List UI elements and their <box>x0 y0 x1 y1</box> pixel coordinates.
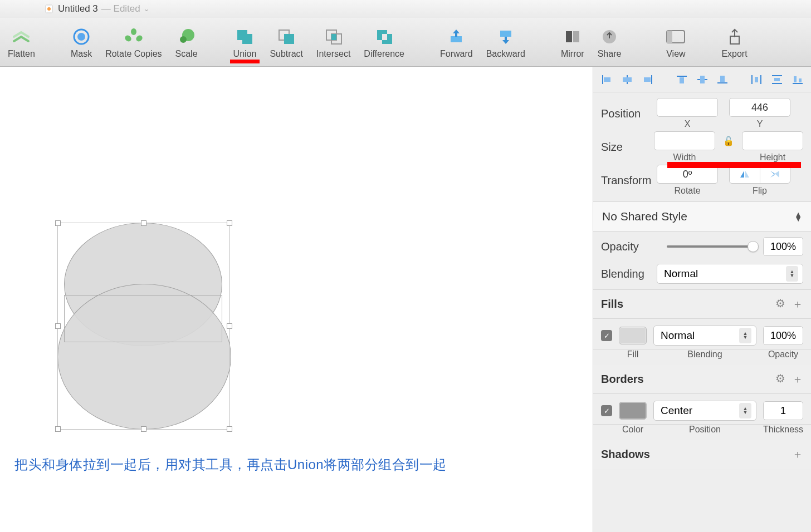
view-icon <box>666 27 686 47</box>
updown-icon: ▲▼ <box>739 328 751 343</box>
handle-bot-left[interactable] <box>55 426 61 432</box>
share-icon <box>599 27 619 47</box>
flatten-button[interactable]: Flatten <box>1 23 42 61</box>
svg-marker-46 <box>745 171 749 178</box>
backward-button[interactable]: Backward <box>480 23 532 61</box>
svg-rect-18 <box>566 31 572 42</box>
gear-icon[interactable] <box>775 297 785 312</box>
mirror-button[interactable]: Mirror <box>554 23 591 61</box>
flatten-icon <box>11 27 31 47</box>
svg-point-3 <box>77 33 85 41</box>
distribute-h-button[interactable] <box>749 71 765 88</box>
plus-icon[interactable] <box>792 447 803 462</box>
svg-rect-12 <box>284 34 294 44</box>
svg-rect-10 <box>242 34 252 44</box>
rotate-copies-button[interactable]: Rotate Copies <box>99 23 168 61</box>
svg-rect-43 <box>794 76 797 82</box>
flip-label: Flip <box>753 186 767 196</box>
opacity-slider[interactable] <box>667 245 753 248</box>
scale-button[interactable]: Scale <box>169 23 204 61</box>
updown-icon: ▲▼ <box>794 212 802 221</box>
mirror-icon <box>563 27 583 47</box>
svg-rect-25 <box>604 77 610 82</box>
border-thickness-input[interactable] <box>763 401 803 420</box>
handle-top-mid[interactable] <box>141 220 146 226</box>
difference-icon <box>374 27 394 47</box>
handle-top-left[interactable] <box>55 220 61 226</box>
handle-top-right[interactable] <box>227 220 232 226</box>
border-position-select[interactable]: Center ▲▼ <box>653 401 756 421</box>
subtract-button[interactable]: Subtract <box>263 23 310 61</box>
plus-icon[interactable] <box>792 372 803 387</box>
canvas[interactable]: 把头和身体拉到一起后，用对其工具，再点击Union将两部分组合到一起 <box>0 67 593 532</box>
svg-marker-47 <box>770 171 775 178</box>
position-label: Position <box>601 107 657 120</box>
view-button[interactable]: View <box>659 23 692 61</box>
window-titlebar: Untitled 3 — Edited ⌄ <box>0 0 811 18</box>
border-color-label: Color <box>619 425 647 435</box>
position-x-input[interactable] <box>657 98 718 117</box>
mask-button[interactable]: Mask <box>64 23 99 61</box>
union-button[interactable]: Union <box>227 23 263 61</box>
align-bottom-button[interactable] <box>715 71 731 88</box>
scale-icon <box>177 27 197 47</box>
shared-style-select[interactable]: No Shared Style ▲▼ <box>593 202 811 231</box>
fill-checkbox[interactable]: ✓ <box>601 330 612 341</box>
fill-opacity-input[interactable] <box>763 326 803 345</box>
align-hcenter-button[interactable] <box>619 71 636 88</box>
chevron-down-icon[interactable]: ⌄ <box>144 5 149 13</box>
svg-point-8 <box>180 36 187 43</box>
svg-rect-23 <box>730 36 739 44</box>
union-highlight <box>230 60 260 63</box>
opacity-input[interactable] <box>763 237 803 256</box>
handle-bot-right[interactable] <box>227 426 232 432</box>
border-checkbox[interactable]: ✓ <box>601 405 612 416</box>
lock-icon[interactable]: 🔓 <box>723 136 734 146</box>
forward-button[interactable]: Forward <box>433 23 480 61</box>
borders-title: Borders <box>601 373 644 386</box>
fill-blending-label: Blending <box>653 349 756 359</box>
fill-blending-select[interactable]: Normal ▲▼ <box>653 326 756 346</box>
updown-icon: ▲▼ <box>739 403 751 418</box>
opacity-slider-thumb[interactable] <box>748 241 759 252</box>
svg-rect-19 <box>573 31 579 42</box>
align-top-button[interactable] <box>673 71 690 88</box>
distribute-bottom-button[interactable] <box>789 71 805 88</box>
handle-left-mid[interactable] <box>55 323 61 329</box>
align-left-button[interactable] <box>599 71 615 88</box>
selection-box[interactable] <box>57 223 230 430</box>
annotation-caption: 把头和身体拉到一起后，用对其工具，再点击Union将两部分组合到一起 <box>14 456 447 474</box>
difference-button[interactable]: Difference <box>357 23 411 61</box>
border-color-swatch[interactable] <box>619 402 647 420</box>
svg-rect-27 <box>623 77 632 82</box>
align-right-button[interactable] <box>640 71 656 88</box>
gear-icon[interactable] <box>775 372 785 387</box>
svg-point-1 <box>47 7 51 11</box>
fills-title: Fills <box>601 298 623 311</box>
svg-rect-33 <box>700 76 705 83</box>
document-status: — Edited <box>101 3 140 14</box>
border-position-label: Position <box>653 425 756 435</box>
position-y-input[interactable] <box>729 98 790 117</box>
inspector-panel: Position X Y Size Wid <box>593 67 811 532</box>
intersect-button[interactable]: Intersect <box>310 23 357 61</box>
updown-icon: ▲▼ <box>786 266 798 282</box>
fill-swatch[interactable] <box>619 327 647 344</box>
size-width-input[interactable] <box>654 131 715 150</box>
svg-rect-22 <box>667 31 672 43</box>
size-height-input[interactable] <box>742 131 803 150</box>
export-button[interactable]: Export <box>715 23 754 61</box>
svg-rect-38 <box>755 77 758 82</box>
handle-bot-mid[interactable] <box>141 426 146 432</box>
blending-select[interactable]: Normal ▲▼ <box>657 264 803 284</box>
distribute-v-button[interactable] <box>769 71 785 88</box>
handle-right-mid[interactable] <box>227 323 232 329</box>
size-label: Size <box>601 141 654 154</box>
align-vcenter-button[interactable] <box>694 71 710 88</box>
plus-icon[interactable] <box>792 297 803 312</box>
fill-opacity-label: Opacity <box>763 349 803 359</box>
share-button[interactable]: Share <box>591 23 628 61</box>
size-height-label: Height <box>760 152 785 162</box>
backward-icon <box>496 27 516 47</box>
svg-rect-31 <box>680 77 684 83</box>
